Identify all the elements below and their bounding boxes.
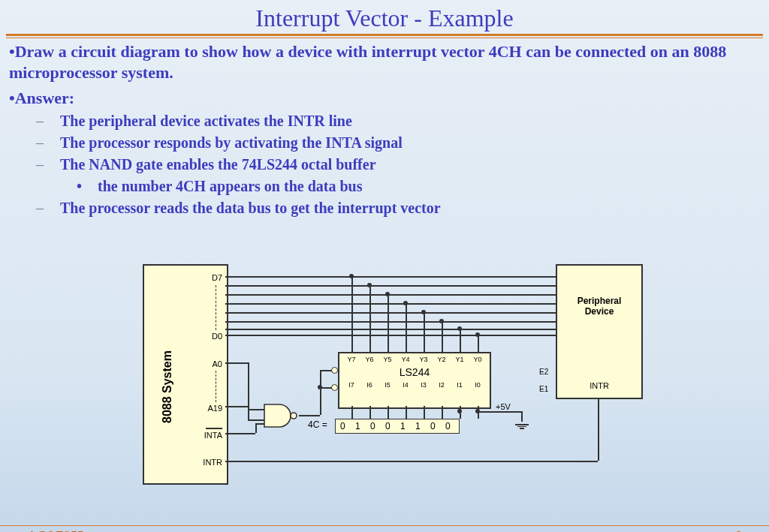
system-label: 8088 System [161,350,174,423]
inverter-bubble [331,367,338,374]
buffer-name: LS244 [339,366,490,378]
buffer-chip: Y7Y6 Y5Y4 Y3Y2 Y1Y0 E2 LS244 E1 I7I6 I5I… [338,352,491,409]
wire [225,285,556,287]
peripheral-box: Peripheral Device INTR [556,264,643,399]
enable-e2: E2 [539,368,548,376]
answer-subpoint: the number 4CH appears on the data bus [98,178,760,195]
wire [225,329,556,330]
wire [225,294,556,296]
binary-value: 0 1 0 0 1 1 0 0 [335,419,460,434]
pin-range-dash [216,371,216,402]
peripheral-label: Peripheral [557,296,641,306]
pin-inta: INTA [204,431,222,440]
pin-a0: A0 [213,359,222,368]
content-area: •Draw a circuit diagram to show how a de… [0,38,769,217]
wire [225,303,556,305]
v5-label: +5V [496,402,511,411]
circuit-diagram: 8088 System D7 D0 A0 A19 INTA INTR Perip… [143,264,653,489]
inverter-bubble [331,384,338,391]
peripheral-label: Device [557,306,641,317]
wire [478,335,479,352]
answer-point: The processor responds by activating the… [60,134,760,152]
wire [369,285,371,352]
wire [225,312,556,314]
footer: ACOE255 8 [0,525,769,526]
wire [406,303,407,352]
wire [424,312,425,352]
wire-intr [225,461,598,462]
wire [460,329,461,352]
pin-d7: D7 [212,273,222,282]
question-text: •Draw a circuit diagram to show how a de… [9,41,760,83]
wire [388,294,389,352]
svg-point-0 [291,413,297,419]
wire-intr [598,399,599,461]
answer-point: The peripheral device activates the INTR… [60,113,760,130]
system-box: 8088 System D7 D0 A0 A19 INTA INTR [143,264,228,485]
pin-a19: A19 [207,404,222,413]
pin-intr: INTR [203,458,222,467]
page-number: 8 [735,529,742,532]
wire [225,321,556,323]
wire-d7 [225,276,556,278]
course-code: ACOE255 [27,529,84,532]
wire [351,276,353,352]
answer-point: The NAND gate enables the 74LS244 octal … [60,156,760,173]
wire-d0 [225,335,556,336]
pin-d0: D0 [212,332,222,341]
i-pins-row: I7I6 I5I4 I3I2 I1I0 [339,381,490,389]
nand-gate [263,403,300,428]
answer-label: •Answer: [9,89,760,108]
page-title: Interrupt Vector - Example [0,0,769,32]
binary-label: 4C = [308,419,327,430]
answer-point: The processor reads the data bus to get … [60,200,760,217]
peripheral-intr-pin: INTR [557,381,641,390]
y-pins-row: Y7Y6 Y5Y4 Y3Y2 Y1Y0 [339,356,490,363]
pin-range-dash [216,285,216,330]
wire [442,321,443,352]
enable-e1: E1 [539,385,548,393]
